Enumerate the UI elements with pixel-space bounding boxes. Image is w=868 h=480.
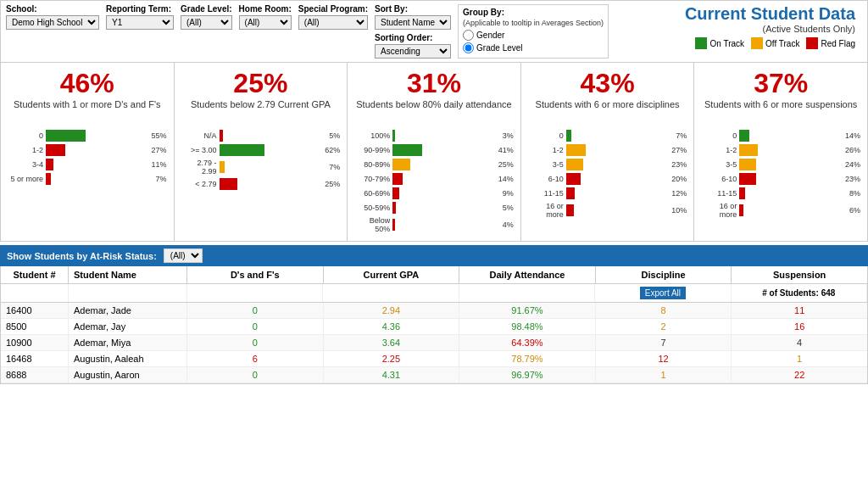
bar-pct-label-2-1: 41% bbox=[498, 146, 514, 154]
bar-label-4-1: 1-2 bbox=[701, 146, 737, 154]
bar-label-4-0: 0 bbox=[701, 131, 737, 140]
bar-container-3-1 bbox=[566, 144, 667, 156]
bar-fill-0-2 bbox=[46, 159, 53, 170]
bar-container-2-3 bbox=[392, 173, 493, 185]
bar-pct-label-0-2: 11% bbox=[152, 160, 167, 169]
bar-row-1-3: < 2.7925% bbox=[181, 178, 341, 190]
bar-fill-4-1 bbox=[739, 144, 758, 156]
group-by-grade-radio[interactable]: Grade Level bbox=[463, 42, 604, 53]
col-header-2: D's and F's bbox=[187, 266, 324, 283]
special-program-select[interactable]: (All) bbox=[298, 15, 368, 30]
metric-desc-4: Students with 6 or more suspensions bbox=[701, 99, 860, 125]
bar-label-4-5: 16 or more bbox=[701, 202, 737, 219]
group-by-gender-radio[interactable]: Gender bbox=[463, 30, 604, 41]
bar-pct-label-1-2: 7% bbox=[329, 163, 340, 171]
bar-row-3-4: 11-1512% bbox=[528, 187, 687, 199]
cell-0-0: 16400 bbox=[1, 303, 69, 318]
cell-4-0: 8688 bbox=[1, 367, 69, 382]
home-room-select[interactable]: (All) bbox=[239, 15, 292, 30]
cell-1-4: 98.48% bbox=[459, 319, 596, 334]
col-header-3: Current GPA bbox=[324, 266, 460, 283]
student-count-label: # of Students: 648 bbox=[762, 288, 835, 298]
bar-container-2-1 bbox=[392, 144, 493, 156]
bar-label-4-2: 3-5 bbox=[701, 160, 737, 169]
bar-fill-0-3 bbox=[46, 173, 51, 185]
bar-label-2-0: 100% bbox=[354, 131, 390, 140]
cell-0-1: Ademar, Jade bbox=[69, 303, 187, 318]
bar-container-0-2 bbox=[46, 159, 147, 170]
group-by-subtitle: (Applicable to tooltip in Averages Secti… bbox=[463, 19, 604, 27]
sort-by-select[interactable]: Student Name bbox=[375, 15, 451, 30]
cell-3-5: 12 bbox=[596, 351, 732, 366]
legend-off-track: Off Track bbox=[751, 37, 799, 49]
cell-4-4: 96.97% bbox=[459, 367, 596, 382]
bar-pct-label-2-6: 4% bbox=[503, 220, 514, 229]
metric-pct-3: 43% bbox=[528, 68, 687, 99]
cell-2-2: 0 bbox=[187, 335, 324, 350]
bar-container-4-2 bbox=[739, 159, 840, 170]
grade-radio-input[interactable] bbox=[463, 42, 474, 53]
bar-label-1-1: >= 3.00 bbox=[181, 146, 217, 154]
action-cell-3 bbox=[323, 284, 459, 302]
sort-section: Sort By: Student Name Sorting Order: Asc… bbox=[375, 4, 451, 59]
bar-row-0-2: 3-411% bbox=[8, 159, 167, 170]
cell-0-3: 2.94 bbox=[324, 303, 460, 318]
bar-row-4-1: 1-226% bbox=[701, 144, 860, 156]
bar-row-0-3: 5 or more7% bbox=[8, 173, 167, 185]
reporting-term-label: Reporting Term: bbox=[106, 4, 174, 14]
bar-container-0-1 bbox=[46, 144, 147, 156]
bar-container-0-3 bbox=[46, 173, 151, 185]
metric-card-4: 37%Students with 6 or more suspensions01… bbox=[694, 63, 867, 241]
sort-order-select[interactable]: Ascending bbox=[375, 44, 451, 59]
bar-fill-2-3 bbox=[392, 173, 403, 185]
bar-fill-0-0 bbox=[46, 130, 86, 142]
bar-row-0-0: 055% bbox=[8, 130, 167, 142]
cell-0-4: 91.67% bbox=[459, 303, 596, 318]
table-row-4: 8688Augustin, Aaron04.3196.97%122 bbox=[1, 367, 867, 383]
bar-fill-1-3 bbox=[220, 178, 237, 190]
cell-1-3: 4.36 bbox=[324, 319, 460, 334]
group-by-title: Group By: bbox=[463, 8, 604, 17]
bar-label-2-5: 50-59% bbox=[354, 204, 390, 212]
col-header-5: Discipline bbox=[596, 266, 732, 283]
bar-container-2-6 bbox=[392, 219, 498, 231]
bar-row-4-5: 16 or more6% bbox=[701, 202, 860, 219]
bar-label-3-5: 16 or more bbox=[528, 202, 564, 219]
on-track-label: On Track bbox=[709, 39, 744, 48]
metric-desc-2: Students below 80% daily attendance bbox=[354, 99, 514, 125]
export-button[interactable]: Export All bbox=[640, 287, 686, 299]
bar-row-2-0: 100%3% bbox=[354, 130, 514, 142]
bar-chart-0: 055%1-227%3-411%5 or more7% bbox=[8, 130, 167, 185]
metrics-row: 46%Students with 1 or more D's and F's05… bbox=[0, 63, 868, 242]
reporting-term-control: Reporting Term: Y1 bbox=[106, 4, 174, 30]
bar-container-2-4 bbox=[392, 187, 498, 199]
bar-container-3-5 bbox=[566, 204, 667, 216]
student-table: Student #Student NameD's and F'sCurrent … bbox=[0, 266, 868, 384]
bar-fill-1-0 bbox=[220, 130, 223, 142]
bar-row-1-2: 2.79 - 2.997% bbox=[181, 159, 341, 176]
col-header-6: Suspension bbox=[732, 266, 867, 283]
cell-2-5: 7 bbox=[596, 335, 732, 350]
gender-radio-input[interactable] bbox=[463, 30, 474, 41]
bar-pct-label-4-0: 14% bbox=[845, 131, 860, 140]
cell-1-5: 2 bbox=[596, 319, 732, 334]
cell-4-2: 0 bbox=[187, 367, 324, 382]
bar-label-2-2: 80-89% bbox=[354, 160, 390, 169]
bar-container-3-3 bbox=[566, 173, 667, 185]
bar-fill-2-5 bbox=[392, 202, 396, 214]
grade-level-select[interactable]: (All) bbox=[181, 15, 232, 30]
grade-level-label: Grade Level: bbox=[181, 4, 232, 14]
bar-fill-4-5 bbox=[739, 204, 743, 216]
school-select[interactable]: Demo High School bbox=[6, 15, 99, 30]
cell-0-6: 11 bbox=[732, 303, 867, 318]
bar-label-4-4: 11-15 bbox=[701, 189, 737, 198]
reporting-term-select[interactable]: Y1 bbox=[106, 15, 174, 30]
bar-row-2-4: 60-69%9% bbox=[354, 187, 514, 199]
bar-pct-label-0-0: 55% bbox=[152, 131, 167, 140]
bar-pct-label-2-3: 14% bbox=[498, 175, 514, 183]
bar-label-0-2: 3-4 bbox=[8, 160, 43, 169]
bar-pct-label-4-4: 8% bbox=[849, 189, 860, 198]
bar-pct-label-4-5: 6% bbox=[849, 206, 860, 215]
at-risk-select[interactable]: (All) bbox=[164, 248, 203, 263]
bar-pct-label-2-5: 5% bbox=[503, 204, 514, 212]
